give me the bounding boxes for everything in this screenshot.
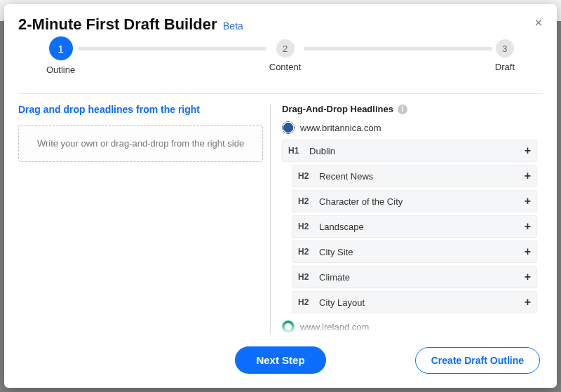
close-button[interactable]: × [534,15,543,29]
step-content[interactable]: 2 Content [269,39,302,72]
step-bar [78,47,266,50]
add-headline-icon[interactable]: + [525,297,531,308]
step-label: Draft [495,62,515,72]
vertical-divider [270,104,271,334]
modal-header: 2-Minute First Draft Builder Beta × 1 Ou… [4,4,557,93]
heading-text: Dublin [309,146,520,156]
step-number: 1 [49,36,73,60]
beta-tag: Beta [223,20,243,32]
favicon-icon [282,121,295,134]
headline-item-h2-climate[interactable]: H2 Climate + [292,266,537,288]
modal-footer: Next Step Create Draft Outline [4,334,557,388]
modal-body: Drag and drop headlines from the right W… [4,94,557,334]
source-site-britannica: www.britannica.com [282,121,537,134]
heading-text: Landscape [319,222,520,232]
right-title-row: Drag-And-Drop Headlines i [282,104,543,114]
heading-level-tag: H2 [298,247,319,257]
modal-title: 2-Minute First Draft Builder [18,15,217,33]
outline-drop-pane: Drag and drop headlines from the right W… [18,104,270,334]
heading-text: Recent News [319,171,520,182]
heading-level-tag: H2 [298,272,319,282]
draft-builder-modal: 2-Minute First Draft Builder Beta × 1 Ou… [4,4,557,388]
heading-text: Climate [319,272,520,283]
heading-level-tag: H2 [298,171,319,181]
headline-item-h2-character[interactable]: H2 Character of the City + [292,190,537,212]
right-title: Drag-And-Drop Headlines [282,104,393,114]
next-step-button[interactable]: Next Step [235,346,325,374]
add-headline-icon[interactable]: + [525,246,531,257]
heading-level-tag: H1 [288,146,309,156]
site-domain-label: www.britannica.com [300,123,381,133]
close-icon: × [534,15,543,30]
headline-item-h2-city-site[interactable]: H2 City Site + [292,241,537,263]
heading-text: City Site [319,247,520,257]
left-instructions: Drag and drop headlines from the right [18,104,263,115]
heading-level-tag: H2 [298,222,319,231]
add-headline-icon[interactable]: + [525,271,531,283]
create-draft-outline-button[interactable]: Create Draft Outline [415,347,540,374]
step-label: Outline [46,65,75,75]
heading-text: Character of the City [319,196,520,207]
step-label: Content [269,62,302,72]
add-headline-icon[interactable]: + [525,221,531,232]
outline-dropzone[interactable]: Write your own or drag-and-drop from the… [18,125,263,162]
info-icon[interactable]: i [398,104,407,114]
step-number: 3 [496,39,514,58]
headline-item-h2-recent-news[interactable]: H2 Recent News + [292,165,537,187]
headline-item-h2-city-layout[interactable]: H2 City Layout + [292,291,537,313]
headlines-scroll-area[interactable]: www.britannica.com H1 Dublin + H2 Recent… [282,120,543,334]
step-bar [304,47,492,50]
step-outline[interactable]: 1 Outline [46,36,75,75]
step-number: 2 [276,39,295,58]
heading-text: City Layout [319,297,520,308]
heading-level-tag: H2 [298,297,319,307]
add-headline-icon[interactable]: + [525,196,531,207]
source-site-ireland: www.ireland.com [282,320,537,333]
stepper: 1 Outline 2 Content 3 Draft [18,34,543,86]
step-draft[interactable]: 3 Draft [495,39,515,72]
heading-level-tag: H2 [298,196,319,206]
headline-item-h2-landscape[interactable]: H2 Landscape + [292,215,537,238]
add-headline-icon[interactable]: + [525,145,531,156]
site-domain-label: www.ireland.com [300,322,369,332]
headline-item-h1-dublin[interactable]: H1 Dublin + [282,140,537,162]
add-headline-icon[interactable]: + [525,170,531,182]
headlines-source-pane: Drag-And-Drop Headlines i www.britannica… [275,104,543,334]
favicon-icon [282,320,295,333]
